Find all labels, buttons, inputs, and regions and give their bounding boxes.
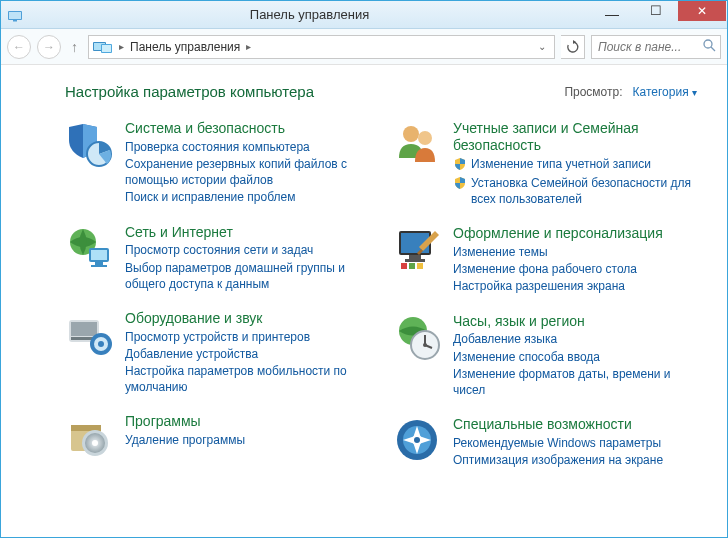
window-controls: — ☐ ✕ (590, 1, 726, 21)
category-link[interactable]: Изменение темы (453, 244, 697, 260)
svg-rect-30 (409, 255, 421, 259)
refresh-button[interactable] (561, 35, 585, 59)
svg-point-39 (423, 343, 427, 347)
app-icon (1, 7, 29, 23)
svg-point-26 (403, 126, 419, 142)
address-dropdown-icon[interactable]: ⌄ (534, 41, 550, 52)
category-link-text: Рекомендуемые Windows параметры (453, 435, 661, 451)
category-link-text: Удаление программы (125, 432, 245, 448)
category-icon (65, 413, 113, 461)
control-panel-icon (93, 39, 113, 55)
category-title[interactable]: Программы (125, 413, 369, 430)
category-icon (65, 224, 113, 272)
left-column: Система и безопасностьПроверка состояния… (65, 120, 369, 468)
nav-back-button[interactable]: ← (7, 35, 31, 59)
category-link-text: Оптимизация изображения на экране (453, 452, 663, 468)
category-title[interactable]: Часы, язык и регион (453, 313, 697, 330)
svg-point-27 (418, 131, 432, 145)
category-title[interactable]: Система и безопасность (125, 120, 369, 137)
category-link[interactable]: Изменение форматов даты, времени и чисел (453, 366, 697, 398)
search-box[interactable] (591, 35, 721, 59)
category-link[interactable]: Настройка разрешения экрана (453, 278, 697, 294)
category-link-text: Установка Семейной безопасности для всех… (471, 175, 697, 207)
category-link[interactable]: Настройка параметров мобильности по умол… (125, 363, 369, 395)
category-link-text: Изменение фона рабочего стола (453, 261, 637, 277)
view-menu[interactable]: Просмотр: Категория ▾ (564, 85, 697, 99)
category-link[interactable]: Изменение типа учетной записи (453, 156, 697, 174)
category-link-text: Настройка параметров мобильности по умол… (125, 363, 369, 395)
uac-shield-icon (453, 156, 467, 174)
search-icon[interactable] (702, 38, 716, 55)
category-link[interactable]: Проверка состояния компьютера (125, 139, 369, 155)
svg-rect-33 (409, 263, 415, 269)
category-link[interactable]: Поиск и исправление проблем (125, 189, 369, 205)
nav-forward-button[interactable]: → (37, 35, 61, 59)
category-link-text: Изменение способа ввода (453, 349, 600, 365)
category-title[interactable]: Специальные возможности (453, 416, 697, 433)
category-link-text: Изменение форматов даты, времени и чисел (453, 366, 697, 398)
content-area: Настройка параметров компьютера Просмотр… (1, 65, 727, 537)
category-link[interactable]: Изменение способа ввода (453, 349, 697, 365)
category-link[interactable]: Выбор параметров домашней группы и общег… (125, 260, 369, 292)
category: Сеть и ИнтернетПросмотр состояния сети и… (65, 224, 369, 292)
page-title: Настройка параметров компьютера (65, 83, 314, 100)
uac-shield-icon (453, 175, 467, 193)
navbar: ← → ↑ ▸ Панель управления ▸ ⌄ (1, 29, 727, 65)
category-link[interactable]: Просмотр устройств и принтеров (125, 329, 369, 345)
category-link[interactable]: Установка Семейной безопасности для всех… (453, 175, 697, 207)
category-link[interactable]: Изменение фона рабочего стола (453, 261, 697, 277)
category-title[interactable]: Оформление и персонализация (453, 225, 697, 242)
category-link-text: Сохранение резервных копий файлов с помо… (125, 156, 369, 188)
maximize-button[interactable]: ☐ (634, 1, 678, 21)
category-link[interactable]: Добавление языка (453, 331, 697, 347)
category-icon (393, 313, 441, 361)
svg-rect-16 (71, 322, 97, 336)
svg-point-25 (92, 440, 98, 446)
category: Учетные записи и Семейная безопасность И… (393, 120, 697, 207)
category-link[interactable]: Оптимизация изображения на экране (453, 452, 697, 468)
category-link[interactable]: Рекомендуемые Windows параметры (453, 435, 697, 451)
category-link-text: Выбор параметров домашней группы и общег… (125, 260, 369, 292)
category: ПрограммыУдаление программы (65, 413, 369, 461)
view-value[interactable]: Категория (633, 85, 689, 99)
svg-point-20 (98, 341, 104, 347)
category-link-text: Изменение типа учетной записи (471, 156, 651, 172)
category: Специальные возможностиРекомендуемые Win… (393, 416, 697, 468)
svg-rect-14 (91, 265, 107, 267)
category: Часы, язык и регионДобавление языкаИзмен… (393, 313, 697, 399)
category-link-text: Настройка разрешения экрана (453, 278, 625, 294)
control-panel-window: Панель управления — ☐ ✕ ← → ↑ ▸ Панель у… (0, 0, 728, 538)
view-label: Просмотр: (564, 85, 622, 99)
svg-rect-13 (95, 262, 103, 265)
svg-rect-2 (13, 20, 17, 22)
svg-point-43 (414, 437, 420, 443)
category-link-text: Просмотр устройств и принтеров (125, 329, 310, 345)
breadcrumb[interactable]: Панель управления (130, 40, 240, 54)
category-title[interactable]: Сеть и Интернет (125, 224, 369, 241)
addressbar[interactable]: ▸ Панель управления ▸ ⌄ (88, 35, 555, 59)
category: Оборудование и звукПросмотр устройств и … (65, 310, 369, 396)
chevron-right-icon: ▸ (246, 41, 251, 52)
svg-rect-34 (417, 263, 423, 269)
category-link[interactable]: Удаление программы (125, 432, 369, 448)
chevron-down-icon: ▾ (692, 87, 697, 98)
category-link-text: Проверка состояния компьютера (125, 139, 310, 155)
category-icon (65, 120, 113, 168)
category-link[interactable]: Сохранение резервных копий файлов с помо… (125, 156, 369, 188)
category-icon (393, 225, 441, 273)
category-title[interactable]: Учетные записи и Семейная безопасность (453, 120, 697, 154)
nav-up-button[interactable]: ↑ (67, 39, 82, 55)
minimize-button[interactable]: — (590, 1, 634, 21)
category-link[interactable]: Добавление устройства (125, 346, 369, 362)
right-column: Учетные записи и Семейная безопасность И… (393, 120, 697, 468)
category-title[interactable]: Оборудование и звук (125, 310, 369, 327)
category-icon (393, 416, 441, 464)
chevron-right-icon: ▸ (119, 41, 124, 52)
category-link[interactable]: Просмотр состояния сети и задач (125, 242, 369, 258)
close-button[interactable]: ✕ (678, 1, 726, 21)
search-input[interactable] (596, 39, 698, 55)
titlebar: Панель управления — ☐ ✕ (1, 1, 727, 29)
category-link-text: Просмотр состояния сети и задач (125, 242, 313, 258)
category-link-text: Добавление устройства (125, 346, 258, 362)
svg-rect-6 (102, 45, 111, 52)
